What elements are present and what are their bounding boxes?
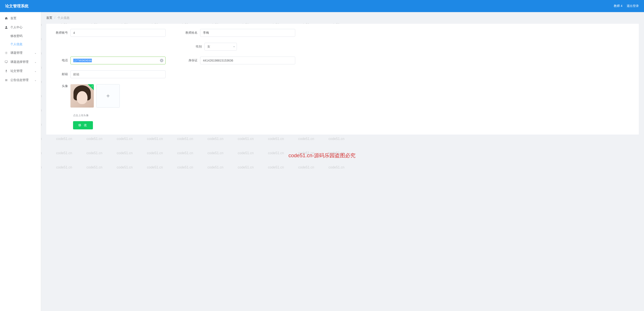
breadcrumb-home[interactable]: 首页 — [46, 16, 52, 19]
upload-button[interactable]: + — [96, 84, 120, 108]
chevron-down-icon: ⌄ — [34, 60, 36, 63]
teacher-account-input[interactable] — [70, 29, 166, 37]
email-input[interactable] — [70, 70, 166, 78]
chevron-down-icon: ⌄ — [34, 69, 36, 72]
monitor-icon — [4, 60, 8, 64]
svg-rect-1 — [5, 61, 8, 63]
idcard-label: 身份证 — [183, 58, 200, 62]
sidebar-item-thesis-mgmt[interactable]: 论文管理 ⌄ — [0, 66, 41, 76]
home-icon — [4, 16, 8, 20]
teacher-name-label: 教师姓名 — [183, 31, 200, 35]
phone-input[interactable] — [70, 57, 166, 64]
submit-button[interactable]: 修 改 — [73, 121, 93, 129]
sidebar-item-notice-mgmt[interactable]: 公告信息管理 ⌄ — [0, 76, 41, 85]
sidebar-item-topic-mgmt[interactable]: 课题管理 ⌄ — [0, 48, 41, 57]
gender-select[interactable] — [204, 43, 237, 50]
main-content: 首页 / 个人信息 教师账号 教师姓名 性别 — [41, 12, 644, 311]
mic-icon — [4, 69, 8, 73]
teacher-account-label: 教师账号 — [53, 31, 70, 35]
avatar-preview[interactable] — [70, 84, 94, 108]
sidebar-label: 课题选择管理 — [10, 60, 28, 64]
user-label[interactable]: 教师 4 — [614, 4, 622, 8]
idcard-input[interactable] — [200, 57, 295, 64]
sidebar-label: 课题管理 — [10, 51, 22, 55]
upload-hint: 点击上传头像 — [73, 114, 632, 117]
header-right: 教师 4 退出登录 — [614, 4, 639, 8]
phone-label: 电话 — [53, 58, 70, 62]
clear-icon[interactable]: ✕ — [160, 59, 164, 62]
sidebar-label: 论文管理 — [10, 69, 22, 73]
sidebar-label: 个人中心 — [10, 25, 22, 29]
breadcrumb: 首页 / 个人信息 — [46, 16, 639, 20]
sidebar-subitem-change-password[interactable]: 修改密码 — [0, 32, 41, 40]
svg-rect-2 — [6, 70, 7, 71]
app-title: 论文管理系统 — [5, 3, 28, 9]
sidebar: 首页 个人中心 修改密码 个人信息 课题管理 ⌄ 课题选择管理 ⌄ — [0, 12, 41, 311]
avatar-label: 头像 — [53, 84, 70, 88]
breadcrumb-current: 个人信息 — [58, 16, 70, 19]
header-bar: 论文管理系统 教师 4 退出登录 — [0, 0, 644, 12]
plus-icon: + — [106, 92, 110, 99]
gender-label: 性别 — [187, 45, 204, 49]
sidebar-label: 个人信息 — [10, 42, 22, 46]
sidebar-item-personal-center[interactable]: 个人中心 — [0, 23, 41, 32]
breadcrumb-separator: / — [54, 16, 55, 19]
chevron-down-icon: ⌄ — [34, 79, 36, 82]
list-icon — [4, 78, 8, 82]
sidebar-subitem-personal-info[interactable]: 个人信息 — [0, 40, 41, 48]
user-icon — [4, 25, 8, 29]
chevron-down-icon: ⌄ — [34, 51, 36, 54]
sidebar-item-topic-select-mgmt[interactable]: 课题选择管理 ⌄ — [0, 57, 41, 66]
teacher-name-input[interactable] — [200, 29, 295, 37]
logout-link[interactable]: 退出登录 — [627, 4, 639, 8]
sidebar-label: 公告信息管理 — [10, 78, 28, 82]
gear-icon — [4, 51, 8, 55]
email-label: 邮箱 — [53, 72, 70, 76]
svg-point-0 — [6, 52, 7, 53]
sidebar-label: 修改密码 — [10, 34, 22, 37]
sidebar-label: 首页 — [10, 16, 16, 20]
sidebar-item-home[interactable]: 首页 — [0, 14, 41, 23]
check-icon — [88, 84, 94, 90]
form-card: 教师账号 教师姓名 性别 电话 — [46, 24, 639, 135]
